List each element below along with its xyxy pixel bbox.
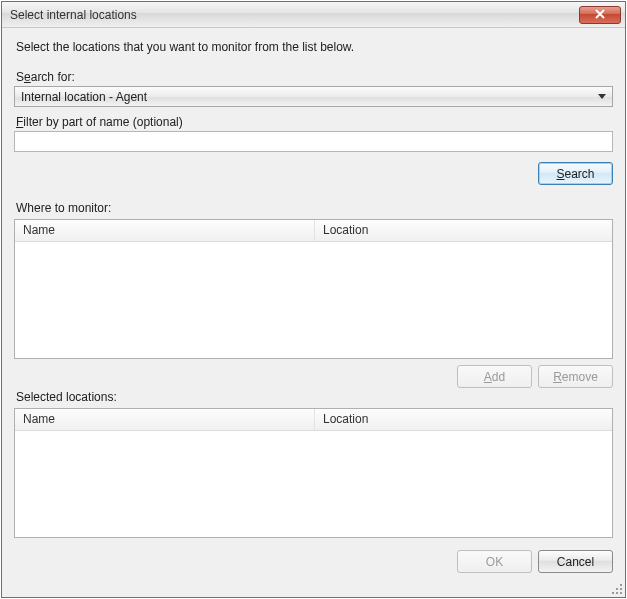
- chevron-down-icon: [598, 94, 606, 99]
- column-header-location[interactable]: Location: [315, 220, 612, 241]
- where-to-monitor-label: Where to monitor:: [16, 201, 613, 215]
- filter-input[interactable]: [14, 131, 613, 152]
- list-header: Name Location: [15, 409, 612, 431]
- window-title: Select internal locations: [10, 8, 579, 22]
- column-header-name[interactable]: Name: [15, 220, 315, 241]
- column-header-name[interactable]: Name: [15, 409, 315, 430]
- filter-label: Filter by part of name (optional): [16, 115, 613, 129]
- instruction-text: Select the locations that you want to mo…: [16, 40, 613, 54]
- remove-button: Remove: [538, 365, 613, 388]
- search-for-dropdown[interactable]: Internal location - Agent: [14, 86, 613, 107]
- selected-locations-label: Selected locations:: [16, 390, 613, 404]
- where-to-monitor-list[interactable]: Name Location: [14, 219, 613, 359]
- selected-locations-list[interactable]: Name Location: [14, 408, 613, 538]
- list-body: [15, 242, 612, 358]
- resize-grip-icon: [608, 580, 622, 594]
- client-area: Select the locations that you want to mo…: [2, 28, 625, 597]
- titlebar: Select internal locations: [2, 2, 625, 28]
- add-button: Add: [457, 365, 532, 388]
- close-button[interactable]: [579, 6, 621, 24]
- search-for-label: Search for:: [16, 70, 613, 84]
- close-icon: [595, 8, 605, 22]
- column-header-location[interactable]: Location: [315, 409, 612, 430]
- dialog-window: Select internal locations Select the loc…: [1, 1, 626, 598]
- search-button[interactable]: Search: [538, 162, 613, 185]
- list-header: Name Location: [15, 220, 612, 242]
- list-body: [15, 431, 612, 537]
- ok-button: OK: [457, 550, 532, 573]
- dropdown-selected-text: Internal location - Agent: [21, 90, 592, 104]
- cancel-button[interactable]: Cancel: [538, 550, 613, 573]
